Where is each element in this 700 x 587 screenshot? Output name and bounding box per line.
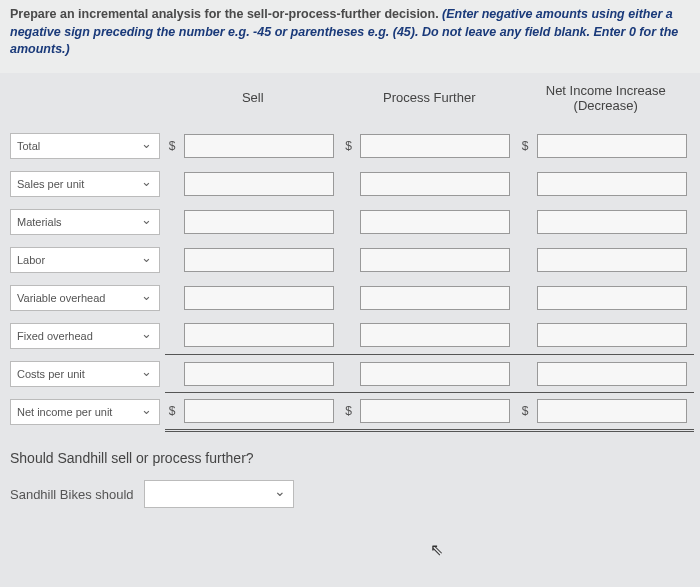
value-input[interactable] [360, 286, 510, 310]
row-label-select[interactable]: Net income per unit [10, 399, 160, 425]
currency-symbol: $ [341, 127, 356, 165]
value-input[interactable] [360, 248, 510, 272]
currency-symbol: $ [341, 393, 356, 431]
value-input[interactable] [184, 286, 334, 310]
currency-symbol [341, 279, 356, 317]
currency-symbol [517, 241, 532, 279]
value-input[interactable] [184, 362, 334, 386]
currency-symbol: $ [517, 393, 532, 431]
currency-symbol: $ [517, 127, 532, 165]
table-row: Fixed overhead [6, 317, 694, 355]
row-label-select[interactable]: Materials [10, 209, 160, 235]
value-input[interactable] [537, 210, 687, 234]
value-input[interactable] [537, 362, 687, 386]
currency-symbol [165, 279, 180, 317]
currency-symbol [517, 355, 532, 393]
value-input[interactable] [360, 323, 510, 347]
currency-symbol [517, 165, 532, 203]
decision-row: Sandhill Bikes should [0, 474, 700, 514]
value-input[interactable] [360, 134, 510, 158]
row-label-select[interactable]: Total [10, 133, 160, 159]
table-row: Total$$$ [6, 127, 694, 165]
value-input[interactable] [360, 399, 510, 423]
value-input[interactable] [184, 399, 334, 423]
instructions: Prepare an incremental analysis for the … [0, 0, 700, 73]
currency-symbol [165, 203, 180, 241]
table-row: Sales per unit [6, 165, 694, 203]
table-row: Variable overhead [6, 279, 694, 317]
table-row: Net income per unit$$$ [6, 393, 694, 431]
value-input[interactable] [184, 323, 334, 347]
currency-symbol [341, 165, 356, 203]
currency-symbol [165, 355, 180, 393]
row-label-select[interactable]: Fixed overhead [10, 323, 160, 349]
currency-symbol [341, 203, 356, 241]
value-input[interactable] [537, 399, 687, 423]
value-input[interactable] [537, 286, 687, 310]
currency-symbol [165, 317, 180, 355]
currency-symbol [165, 241, 180, 279]
col-header-net: Net Income Increase (Decrease) [517, 73, 694, 127]
col-header-sell: Sell [165, 73, 341, 127]
decision-label: Sandhill Bikes should [10, 487, 134, 502]
row-label-select[interactable]: Variable overhead [10, 285, 160, 311]
currency-symbol [517, 203, 532, 241]
value-input[interactable] [537, 248, 687, 272]
row-label-select[interactable]: Sales per unit [10, 171, 160, 197]
currency-symbol [341, 241, 356, 279]
value-input[interactable] [537, 134, 687, 158]
instruction-lead: Prepare an incremental analysis for the … [10, 7, 442, 21]
currency-symbol [341, 355, 356, 393]
cursor-icon: ⇖ [430, 540, 443, 559]
analysis-table: Sell Process Further Net Income Increase… [6, 73, 694, 433]
table-row: Costs per unit [6, 355, 694, 393]
currency-symbol [517, 317, 532, 355]
currency-symbol [165, 165, 180, 203]
header-row: Sell Process Further Net Income Increase… [6, 73, 694, 127]
row-label-select[interactable]: Labor [10, 247, 160, 273]
value-input[interactable] [360, 172, 510, 196]
table-row: Labor [6, 241, 694, 279]
value-input[interactable] [184, 210, 334, 234]
decision-question: Should Sandhill sell or process further? [0, 432, 700, 474]
value-input[interactable] [184, 134, 334, 158]
currency-symbol [517, 279, 532, 317]
value-input[interactable] [184, 248, 334, 272]
currency-symbol: $ [165, 393, 180, 431]
row-label-select[interactable]: Costs per unit [10, 361, 160, 387]
decision-select[interactable] [144, 480, 294, 508]
currency-symbol [341, 317, 356, 355]
value-input[interactable] [537, 172, 687, 196]
value-input[interactable] [360, 362, 510, 386]
analysis-table-wrap: Sell Process Further Net Income Increase… [0, 73, 700, 433]
value-input[interactable] [184, 172, 334, 196]
value-input[interactable] [360, 210, 510, 234]
currency-symbol: $ [165, 127, 180, 165]
table-row: Materials [6, 203, 694, 241]
col-header-process: Process Further [341, 73, 517, 127]
value-input[interactable] [537, 323, 687, 347]
